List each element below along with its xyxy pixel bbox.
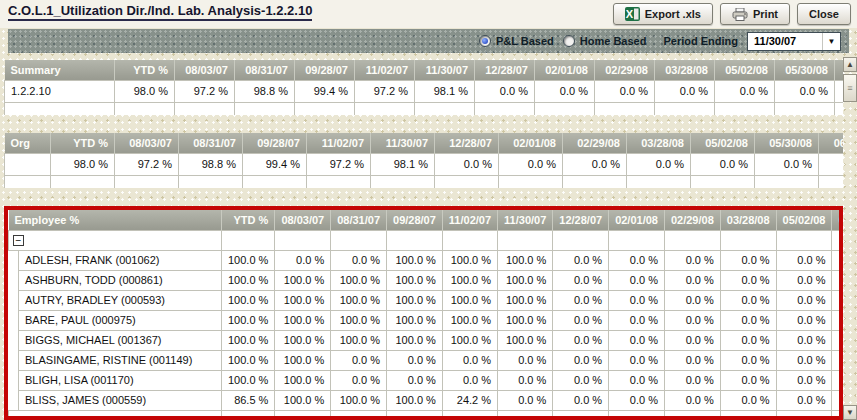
filler-cell: [5, 102, 115, 115]
row-label-cell: 1.2.2.10: [5, 80, 115, 102]
table-row: BIGGS, MICHAEL (001367)100.0 %100.0 %100…: [9, 330, 844, 350]
page-title: C.O.L.1_Utilization Dir./Ind. Lab. Analy…: [8, 3, 312, 21]
row-gutter: [9, 310, 19, 330]
column-header: YTD %: [222, 210, 275, 230]
row-gutter: [9, 250, 19, 270]
print-button[interactable]: Print: [720, 3, 790, 25]
radio-home-icon[interactable]: [563, 35, 575, 47]
column-header: 05/30/08: [755, 133, 819, 153]
value-cell: 0.0 %: [755, 153, 819, 175]
export-xls-button[interactable]: X Export .xls: [613, 3, 713, 25]
value-cell: 98.0 %: [115, 80, 175, 102]
radio-home-based[interactable]: Home Based: [563, 35, 647, 47]
empty-cell: [720, 230, 776, 250]
column-header: 12/28/07: [435, 133, 499, 153]
header-button-row: X Export .xls Print Close: [613, 3, 851, 25]
value-cell: 98.8 %: [235, 80, 295, 102]
column-header: 12/28/07: [553, 210, 609, 230]
value-cell: 0.0 %: [832, 330, 843, 350]
column-header: 08/03/07: [175, 60, 235, 80]
filler-cell: [499, 175, 563, 188]
filler-cell: [776, 410, 832, 418]
value-cell: 100.0 %: [222, 370, 275, 390]
value-cell: 0.0 %: [776, 370, 832, 390]
column-header: YTD %: [115, 60, 175, 80]
value-cell: 0.0 %: [832, 370, 843, 390]
value-cell: 0.0 %: [664, 390, 720, 410]
value-cell: 100.0 %: [275, 330, 331, 350]
value-cell: 100.0 %: [275, 390, 331, 410]
value-cell: 98.0 %: [51, 153, 115, 175]
table-row: BLIGH, LISA (001170)100.0 %100.0 %0.0 %0…: [9, 370, 844, 390]
column-header: 11/30/07: [498, 210, 553, 230]
employee-name-cell[interactable]: AUTRY, BRADLEY (000593): [19, 290, 222, 310]
value-cell: 0.0 %: [627, 153, 691, 175]
scroll-down-icon[interactable]: ▼: [843, 405, 857, 420]
value-cell: 0.0 %: [776, 270, 832, 290]
employee-name-cell[interactable]: BIGGS, MICHAEL (001367): [19, 330, 222, 350]
collapse-all-icon[interactable]: −: [13, 235, 24, 246]
filler-row: [5, 175, 844, 188]
column-header: 05/02/08: [776, 210, 832, 230]
value-cell: 0.0 %: [553, 310, 609, 330]
column-header: 03/28/08: [655, 60, 715, 80]
value-cell: 98.1 %: [371, 153, 435, 175]
value-cell: 0.0 %: [691, 153, 755, 175]
filler-row: [9, 410, 844, 418]
value-cell: 98.1 %: [415, 80, 475, 102]
value-cell: 0.0 %: [331, 370, 387, 390]
employee-table: Employee %YTD %08/03/0708/31/0709/28/071…: [4, 206, 843, 420]
empty-cell: [275, 230, 331, 250]
value-cell: 0.0 %: [609, 310, 665, 330]
radio-pnl-icon[interactable]: [479, 35, 491, 47]
value-cell: 100.0 %: [498, 310, 553, 330]
empty-cell: [776, 230, 832, 250]
value-cell: 0.0 %: [498, 350, 553, 370]
filler-cell: [115, 175, 179, 188]
period-ending-dropdown[interactable]: 11/30/07 ▼: [747, 32, 841, 51]
empty-cell: [664, 230, 720, 250]
radio-pnl-based[interactable]: P&L Based: [479, 35, 554, 47]
chevron-down-icon[interactable]: ▼: [822, 33, 840, 50]
value-cell: 0.0 %: [664, 330, 720, 350]
employee-name-cell[interactable]: ASHBURN, TODD (000861): [19, 270, 222, 290]
filler-cell: [115, 102, 175, 115]
scroll-up-icon[interactable]: ▲: [843, 57, 857, 72]
filler-cell: [819, 175, 844, 188]
value-cell: 0.0 %: [609, 350, 665, 370]
empty-cell: [331, 230, 387, 250]
value-cell: 100.0 %: [275, 350, 331, 370]
employee-name-cell[interactable]: ADLESH, FRANK (001062): [19, 250, 222, 270]
employee-name-cell[interactable]: BLISS, JAMES (000559): [19, 390, 222, 410]
value-cell: 0.0 %: [776, 250, 832, 270]
value-cell: 0.0 %: [720, 390, 776, 410]
value-cell: 0.0 %: [442, 370, 497, 390]
employee-name-cell[interactable]: BARE, PAUL (000975): [19, 310, 222, 330]
filler-cell: [331, 410, 387, 418]
close-button[interactable]: Close: [797, 3, 851, 25]
value-cell: 100.0 %: [222, 250, 275, 270]
value-cell: 0.0 %: [655, 80, 715, 102]
value-cell: 97.2 %: [175, 80, 235, 102]
scrollbar-thumb[interactable]: ≡: [843, 74, 857, 102]
value-cell: 100.0 %: [222, 290, 275, 310]
value-cell: 100.0 %: [442, 330, 497, 350]
title-bar: C.O.L.1_Utilization Dir./Ind. Lab. Analy…: [0, 0, 857, 28]
empty-cell: [553, 230, 609, 250]
row-gutter: [9, 330, 19, 350]
value-cell: 0.0 %: [776, 330, 832, 350]
column-header: 03/28/08: [720, 210, 776, 230]
vertical-scrollbar[interactable]: ▲ ≡ ▼: [843, 57, 857, 420]
filler-cell: [498, 410, 553, 418]
grid-label-header: Org: [5, 133, 51, 153]
print-label: Print: [753, 8, 778, 20]
value-cell: 0.0 %: [553, 290, 609, 310]
employee-name-cell[interactable]: BLIGH, LISA (001170): [19, 370, 222, 390]
export-xls-label: Export .xls: [645, 8, 701, 20]
close-label: Close: [809, 8, 839, 20]
empty-cell: [498, 230, 553, 250]
value-cell: 100.0 %: [222, 330, 275, 350]
value-cell: 0.0 %: [720, 290, 776, 310]
employee-name-cell[interactable]: BLASINGAME, RISTINE (001149): [19, 350, 222, 370]
excel-icon: X: [625, 7, 640, 21]
